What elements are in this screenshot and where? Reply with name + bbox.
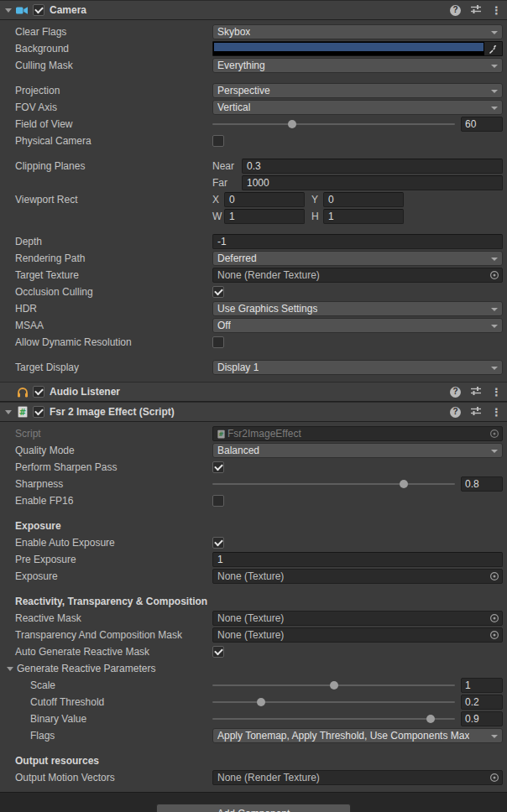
viewport-rect-label: Viewport Rect [0,194,212,206]
output-motion-vectors-row: Output Motion Vectors None (Render Textu… [0,769,507,786]
foldout-expanded-icon[interactable] [5,664,15,674]
binary-value-row: Binary Value 0.9 [0,710,507,727]
viewport-y-field[interactable]: 0 [323,192,404,207]
background-color-field[interactable] [212,41,503,56]
slider-knob[interactable] [330,681,338,690]
color-swatch[interactable] [214,43,483,51]
output-section-title: Output resources [0,755,99,767]
projection-label: Projection [0,85,212,96]
flags-dropdown[interactable]: Apply Tonemap, Apply Threshold, Use Comp… [212,728,503,743]
add-component-button[interactable]: Add Component [156,804,351,812]
clear-flags-dropdown[interactable]: Skybox [212,24,503,39]
fsr2-enabled-checkbox[interactable] [33,406,44,418]
near-field[interactable]: 0.3 [242,159,503,174]
kebab-menu-icon[interactable]: ⋮ [491,5,502,16]
slider-knob[interactable] [288,120,296,128]
clipping-planes-far-row: Far1000 [0,174,507,191]
audio-listener-enabled-checkbox[interactable] [33,386,44,398]
eyedropper-icon[interactable] [484,42,502,55]
field-of-view-value-field[interactable]: 60 [461,117,503,132]
object-picker-icon[interactable] [487,268,502,282]
object-picker-icon[interactable] [487,628,502,642]
occlusion-culling-checkbox[interactable] [212,286,224,298]
binary-value-slider[interactable] [212,711,455,726]
object-picker-icon[interactable] [487,427,502,440]
viewport-w-field[interactable]: 1 [224,209,305,224]
exposure-section-title: Exposure [0,520,61,532]
viewport-rect-xy-row: Viewport Rect X0 Y0 [0,191,507,208]
culling-mask-dropdown[interactable]: Everything [212,58,503,73]
fov-axis-dropdown[interactable]: Vertical [212,100,503,115]
cutoff-threshold-value-field[interactable]: 0.2 [461,695,503,710]
binary-value-value-field[interactable]: 0.9 [461,711,503,726]
pre-exposure-field[interactable]: 1 [212,552,503,567]
y-label: Y [311,194,323,206]
auto-generate-reactive-mask-checkbox[interactable] [212,646,224,658]
field-of-view-slider[interactable] [212,117,455,132]
allow-dynamic-resolution-checkbox[interactable] [212,336,224,348]
kebab-menu-icon[interactable]: ⋮ [491,407,502,418]
script-object-field[interactable]: # Fsr2ImageEffect [212,426,503,441]
help-icon[interactable]: ? [450,5,461,16]
help-icon[interactable]: ? [450,407,461,418]
flags-row: Flags Apply Tonemap, Apply Threshold, Us… [0,727,507,744]
scale-slider[interactable] [212,678,455,693]
audio-listener-icon [15,385,29,398]
depth-field[interactable]: -1 [212,234,503,249]
background-row: Background [0,40,507,57]
quality-mode-row: Quality Mode Balanced [0,442,507,459]
clipping-planes-near-row: Clipping Planes Near0.3 [0,158,507,174]
clear-flags-row: Clear Flags Skybox [0,23,507,40]
transparency-mask-object-field[interactable]: None (Texture) [212,627,503,643]
sharpness-value-field[interactable]: 0.8 [461,476,503,492]
quality-mode-dropdown[interactable]: Balanced [212,443,503,458]
generate-reactive-parameters-label: Generate Reactive Parameters [17,663,155,674]
fsr2-component-header[interactable]: # Fsr 2 Image Effect (Script) ? ⋮ [0,402,507,422]
viewport-h-field[interactable]: 1 [323,209,404,224]
object-picker-icon[interactable] [487,771,502,784]
slider-knob[interactable] [400,480,408,488]
foldout-expanded-icon[interactable] [3,407,13,417]
camera-icon [15,3,29,17]
object-picker-icon[interactable] [487,570,502,583]
perform-sharpen-pass-checkbox[interactable] [212,461,224,473]
chevron-down-icon [491,367,498,370]
camera-component-header[interactable]: Camera ? ⋮ [0,0,507,20]
sharpness-slider[interactable] [212,476,455,492]
audio-listener-component-header[interactable]: Audio Listener ? ⋮ [0,382,507,402]
output-motion-vectors-object-field[interactable]: None (Render Texture) [212,770,503,785]
rendering-path-dropdown[interactable]: Deferred [212,251,503,266]
perform-sharpen-pass-label: Perform Sharpen Pass [0,461,212,473]
presets-icon[interactable] [470,4,482,17]
target-display-label: Target Display [0,362,212,373]
exposure-object-field[interactable]: None (Texture) [212,569,503,584]
help-icon[interactable]: ? [450,387,461,398]
projection-dropdown[interactable]: Perspective [212,83,503,98]
target-display-dropdown[interactable]: Display 1 [212,360,503,375]
foldout-expanded-icon[interactable] [3,5,13,15]
auto-generate-reactive-mask-row: Auto Generate Reactive Mask [0,643,507,660]
presets-icon[interactable] [470,386,482,398]
object-picker-icon[interactable] [487,612,502,625]
far-field[interactable]: 1000 [242,175,503,190]
reactive-mask-object-field[interactable]: None (Texture) [212,611,503,626]
msaa-dropdown[interactable]: Off [212,318,503,333]
kebab-menu-icon[interactable]: ⋮ [491,387,502,398]
exposure-label: Exposure [0,570,212,582]
reactivity-section-row: Reactivity, Transparency & Composition [0,593,507,610]
enable-auto-exposure-checkbox[interactable] [212,537,224,549]
camera-enabled-checkbox[interactable] [33,4,44,16]
slider-knob[interactable] [257,698,265,706]
presets-icon[interactable] [470,406,482,419]
cutoff-threshold-row: Cutoff Threshold 0.2 [0,694,507,710]
cutoff-threshold-slider[interactable] [212,695,455,710]
target-texture-object-field[interactable]: None (Render Texture) [212,268,503,283]
hdr-dropdown[interactable]: Use Graphics Settings [212,301,503,316]
enable-fp16-checkbox[interactable] [212,495,224,507]
physical-camera-checkbox[interactable] [212,135,224,147]
msaa-row: MSAA Off [0,317,507,334]
scale-value-field[interactable]: 1 [461,678,503,693]
slider-knob[interactable] [426,715,435,723]
chevron-down-icon [491,65,498,68]
viewport-x-field[interactable]: 0 [224,192,305,207]
